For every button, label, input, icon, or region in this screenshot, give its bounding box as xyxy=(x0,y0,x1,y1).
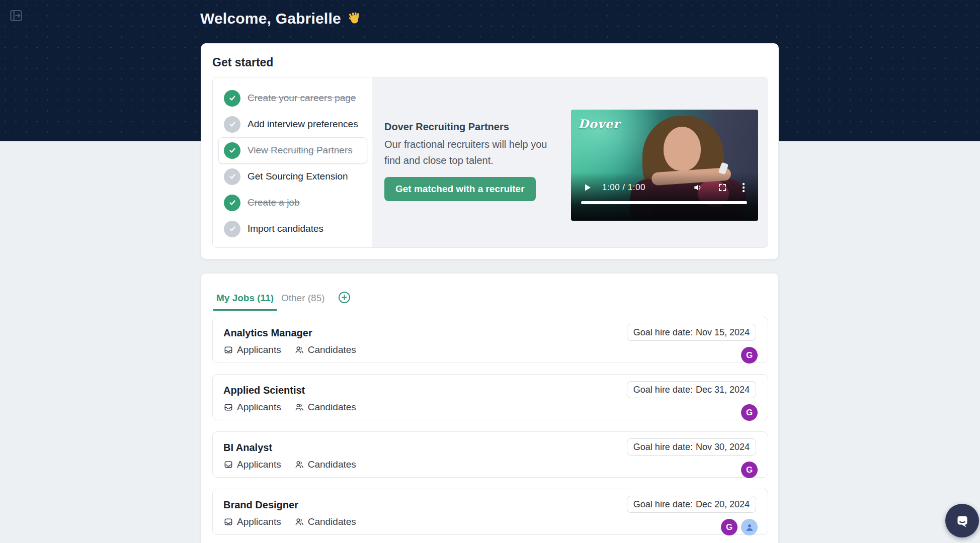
checklist-label: Import candidates xyxy=(248,223,323,234)
welcome-text: Welcome, Gabrielle xyxy=(200,10,341,27)
avatar-g: G xyxy=(741,404,758,421)
applicants-link[interactable]: Applicants xyxy=(223,459,281,470)
recruiting-partners-promo: Dover Recruiting Partners Our fractional… xyxy=(372,77,768,247)
recruiting-video-player[interactable]: Dover 1:00 / 1:00 xyxy=(571,110,758,221)
jobs-card: My Jobs (11) Other (85) Analytics Manage… xyxy=(201,273,779,543)
applicants-label: Applicants xyxy=(237,459,281,470)
checklist-label: Create a job xyxy=(248,197,300,208)
assignee-avatars: G xyxy=(721,519,758,535)
volume-icon[interactable] xyxy=(693,183,703,193)
job-row-analytics-manager[interactable]: Analytics Manager Applicants Candidates … xyxy=(212,317,768,363)
get-started-panel: Create your careers page Add interview p… xyxy=(212,77,768,248)
people-icon xyxy=(294,402,304,412)
candidates-link[interactable]: Candidates xyxy=(294,402,356,413)
checklist-item-interview-preferences[interactable]: Add interview preferences xyxy=(218,111,367,137)
goal-date: Nov 30, 2024 xyxy=(696,442,750,452)
checklist-item-recruiting-partners[interactable]: View Recruiting Partners xyxy=(218,137,367,163)
job-links: Applicants Candidates xyxy=(223,459,356,470)
video-person-face xyxy=(664,127,701,171)
checklist-label: Add interview preferences xyxy=(248,119,358,130)
get-started-card: Get started Create your careers page Add… xyxy=(201,43,779,259)
job-links: Applicants Candidates xyxy=(223,344,356,355)
panel-collapse-icon xyxy=(9,8,24,23)
checklist-item-sourcing-extension[interactable]: Get Sourcing Extension xyxy=(218,163,367,190)
job-title: Applied Scientist xyxy=(223,385,305,396)
checklist-label: View Recruiting Partners xyxy=(248,145,353,156)
get-matched-button[interactable]: Get matched with a recruiter xyxy=(384,177,536,201)
add-job-button[interactable] xyxy=(339,292,350,303)
play-icon[interactable] xyxy=(583,183,592,192)
people-icon xyxy=(294,345,304,355)
candidates-link[interactable]: Candidates xyxy=(294,344,356,355)
goal-hire-date-badge: Goal hire date: Nov 30, 2024 xyxy=(627,438,756,456)
goal-hire-date-badge: Goal hire date: Nov 15, 2024 xyxy=(627,324,756,341)
applicants-label: Applicants xyxy=(237,516,281,527)
goal-date: Nov 15, 2024 xyxy=(696,327,750,338)
applicants-label: Applicants xyxy=(237,402,281,413)
video-progress-bar[interactable] xyxy=(581,201,747,204)
tab-my-jobs[interactable]: My Jobs (11) xyxy=(213,293,277,304)
assignee-avatars: G xyxy=(741,347,758,364)
candidates-link[interactable]: Candidates xyxy=(294,516,356,527)
applicants-label: Applicants xyxy=(237,344,281,355)
promo-body-line1: Our fractional recruiters will help you xyxy=(384,136,547,152)
goal-label: Goal hire date: xyxy=(633,327,693,338)
check-todo-icon xyxy=(224,168,240,185)
assignee-avatars: G xyxy=(741,462,758,478)
video-controls-bar: 1:00 / 1:00 xyxy=(571,180,758,195)
check-todo-icon xyxy=(224,221,240,237)
candidates-label: Candidates xyxy=(308,516,356,527)
job-rows-list: Analytics Manager Applicants Candidates … xyxy=(212,317,768,535)
check-done-icon xyxy=(224,142,240,159)
goal-label: Goal hire date: xyxy=(633,499,693,510)
jobs-tabs: My Jobs (11) Other (85) xyxy=(201,274,778,312)
goal-hire-date-badge: Goal hire date: Dec 31, 2024 xyxy=(627,381,756,398)
people-icon xyxy=(294,517,304,527)
applicants-link[interactable]: Applicants xyxy=(223,344,281,355)
candidates-label: Candidates xyxy=(308,344,356,355)
promo-heading: Dover Recruiting Partners xyxy=(384,121,509,133)
goal-date: Dec 20, 2024 xyxy=(696,499,750,510)
candidates-label: Candidates xyxy=(308,459,356,470)
avatar-g: G xyxy=(721,519,738,535)
chat-launcher-button[interactable] xyxy=(945,504,979,537)
job-title: Brand Designer xyxy=(223,499,298,511)
checklist-item-import-candidates[interactable]: Import candidates xyxy=(218,216,367,242)
inbox-icon xyxy=(223,460,233,470)
candidates-label: Candidates xyxy=(308,402,356,413)
job-links: Applicants Candidates xyxy=(223,516,356,527)
applicants-link[interactable]: Applicants xyxy=(223,402,281,413)
checklist-item-careers-page[interactable]: Create your careers page xyxy=(218,85,367,111)
chat-bubble-icon xyxy=(954,512,971,529)
candidates-link[interactable]: Candidates xyxy=(294,459,356,470)
promo-body-line2: find and close top talent. xyxy=(384,152,547,168)
inbox-icon xyxy=(223,402,233,412)
promo-body: Our fractional recruiters will help you … xyxy=(384,136,547,168)
goal-label: Goal hire date: xyxy=(633,385,693,395)
job-row-bi-analyst[interactable]: BI Analyst Applicants Candidates Goal hi… xyxy=(212,431,768,478)
goal-hire-date-badge: Goal hire date: Dec 20, 2024 xyxy=(627,496,756,513)
avatar-person xyxy=(741,519,758,535)
avatar-g: G xyxy=(741,462,758,478)
job-row-applied-scientist[interactable]: Applied Scientist Applicants Candidates … xyxy=(212,374,768,420)
applicants-link[interactable]: Applicants xyxy=(223,516,281,527)
check-done-icon xyxy=(224,195,240,211)
tab-other-jobs[interactable]: Other (85) xyxy=(281,293,325,304)
people-icon xyxy=(294,460,304,470)
video-dover-logo: Dover xyxy=(578,117,620,131)
job-row-brand-designer[interactable]: Brand Designer Applicants Candidates Goa… xyxy=(212,489,768,535)
person-icon xyxy=(745,522,755,532)
sidebar-collapse-button[interactable] xyxy=(8,8,24,24)
job-links: Applicants Candidates xyxy=(223,402,356,413)
checklist-label: Create your careers page xyxy=(248,93,356,104)
plus-circle-icon xyxy=(341,294,348,301)
job-title: Analytics Manager xyxy=(223,327,312,339)
fullscreen-icon[interactable] xyxy=(718,183,727,192)
kebab-menu-icon[interactable] xyxy=(742,183,745,193)
onboarding-checklist: Create your careers page Add interview p… xyxy=(213,77,372,247)
video-timestamp: 1:00 / 1:00 xyxy=(602,183,645,193)
job-title: BI Analyst xyxy=(223,442,272,454)
assignee-avatars: G xyxy=(741,404,758,421)
checklist-item-create-job[interactable]: Create a job xyxy=(218,190,367,216)
page-title: Welcome, Gabrielle xyxy=(200,10,362,27)
